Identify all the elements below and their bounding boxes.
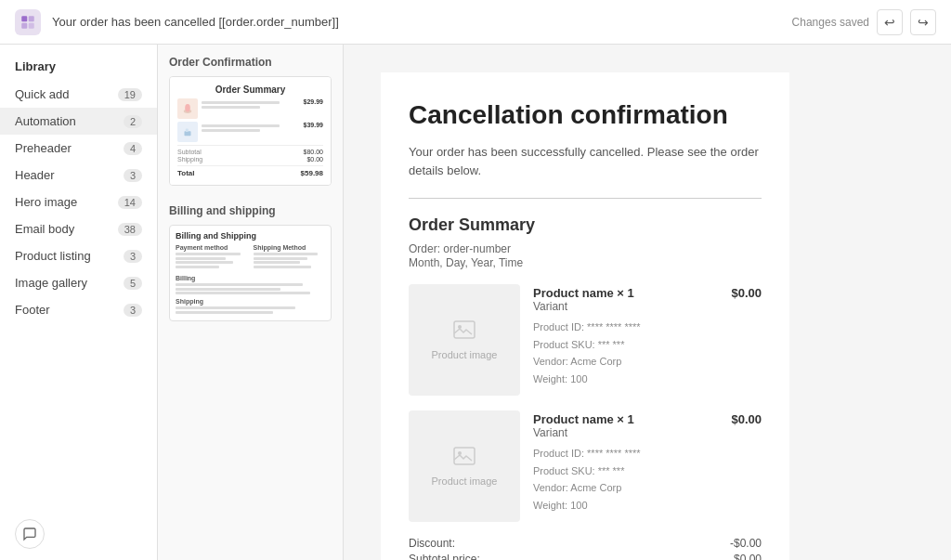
product-image-2: Product image [409,410,520,522]
product-variant-1: Variant [533,300,762,313]
product-image-label-1: Product image [432,349,498,360]
sidebar-badge-preheader: 4 [124,142,142,155]
sidebar-item-quick-add[interactable]: Quick add 19 [0,81,157,108]
chat-button[interactable] [15,519,45,549]
page-title: Cancellation confirmation [409,100,762,130]
subtotal-value: $0.00 [734,553,762,560]
image-placeholder-icon [453,320,476,344]
sidebar-badge-product-listing: 3 [124,250,142,263]
discount-label: Discount: [409,537,455,550]
sidebar-badge-quick-add: 19 [118,88,142,101]
product-variant-2: Variant [533,426,762,439]
sidebar-badge-email-body: 38 [118,223,142,236]
order-totals: Discount: -$0.00 Subtotal price: $0.00 S… [409,537,762,560]
sidebar-badge-automation: 2 [124,115,142,128]
panel-section-title-billing: Billing and shipping [169,204,332,217]
topbar: Your order has been cancelled [[order.or… [0,0,951,45]
sidebar-item-label: Header [15,168,55,182]
sidebar-item-email-body[interactable]: Email body 38 [0,215,157,242]
product-id-1: Product ID: **** **** **** [533,319,762,336]
product-row: Product image Product name × 1 $0.00 Var… [409,284,762,396]
product-name-2: Product name × 1 [533,412,634,426]
sidebar-item-preheader[interactable]: Preheader 4 [0,135,157,162]
image-placeholder-icon-2 [453,447,476,470]
svg-rect-7 [185,131,191,136]
sidebar-item-footer[interactable]: Footer 3 [0,296,157,323]
product-sku-1: Product SKU: *** *** [533,336,762,354]
order-meta: Order: order-number Month, Day, Year, Ti… [409,242,762,269]
sidebar-item-image-gallery[interactable]: Image gallery 5 [0,269,157,296]
product-image-1: Product image [409,284,520,396]
panel-card-preview: Order Summary [170,77,331,185]
product-meta-2: Product ID: **** **** **** Product SKU: … [533,445,762,514]
sidebar-item-label: Hero image [15,195,77,209]
panel-card-order-confirmation[interactable]: Order Summary [169,76,332,186]
svg-rect-9 [454,321,475,338]
panel-section-title-order: Order Confirmation [169,56,332,69]
subtotal-label: Subtotal price: [409,553,480,560]
sidebar-badge-header: 3 [124,169,142,182]
content-divider [409,198,762,199]
sidebar-library-label: Library [0,45,157,81]
sidebar: Library Quick add 19 Automation 2 Prehea… [0,45,158,560]
product-weight-1: Weight: 100 [533,371,762,388]
sidebar-badge-footer: 3 [124,304,142,317]
product-name-1: Product name × 1 [533,286,634,300]
product-name-row-2: Product name × 1 $0.00 [533,412,762,426]
product-price-2: $0.00 [731,412,762,426]
product-meta-1: Product ID: **** **** **** Product SKU: … [533,319,762,388]
panel-section-billing: Billing and shipping Billing and Shippin… [169,204,332,321]
sidebar-item-label: Footer [15,303,50,317]
product-price-1: $0.00 [731,286,762,300]
saved-status: Changes saved [792,16,869,29]
subtotal-row: Subtotal price: $0.00 [409,553,762,560]
discount-value: -$0.00 [730,537,762,550]
svg-rect-8 [186,129,189,133]
product-row-2: Product image Product name × 1 $0.00 Var… [409,410,762,522]
svg-rect-3 [29,22,34,28]
sidebar-item-label: Email body [15,222,74,236]
logo [15,9,41,35]
sidebar-item-header[interactable]: Header 3 [0,162,157,189]
middle-panel: Order Confirmation Order Summary [158,45,344,560]
order-number: Order: order-number [409,242,762,255]
sidebar-item-label: Automation [15,114,76,128]
order-summary-title: Order Summary [409,215,762,235]
product-details-2: Product name × 1 $0.00 Variant Product I… [533,410,762,522]
svg-rect-11 [454,448,475,464]
order-date: Month, Day, Year, Time [409,256,762,269]
sidebar-item-label: Image gallery [15,276,87,290]
main-content: Cancellation confirmation Your order has… [344,45,951,560]
sidebar-badge-image-gallery: 5 [124,277,142,290]
product-image-label-2: Product image [432,475,498,487]
svg-rect-1 [29,16,34,21]
topbar-actions: Changes saved ↩ ↪ [792,9,936,35]
email-preview: Cancellation confirmation Your order has… [381,72,789,560]
redo-button[interactable]: ↪ [910,9,936,35]
sidebar-footer [0,508,157,560]
product-sku-2: Product SKU: *** *** [533,462,762,480]
sidebar-item-automation[interactable]: Automation 2 [0,108,157,135]
sidebar-item-label: Preheader [15,141,72,155]
panel-section-order-confirmation: Order Confirmation Order Summary [169,56,332,186]
undo-button[interactable]: ↩ [877,9,903,35]
sidebar-item-hero-image[interactable]: Hero image 14 [0,189,157,215]
product-vendor-2: Vendor: Acme Corp [533,479,762,497]
panel-card-billing[interactable]: Billing and Shipping Payment method Ship… [169,225,332,321]
product-vendor-1: Vendor: Acme Corp [533,353,762,371]
main-layout: Library Quick add 19 Automation 2 Prehea… [0,45,951,560]
sidebar-item-label: Product listing [15,249,91,263]
sidebar-item-product-listing[interactable]: Product listing 3 [0,242,157,269]
page-subtitle: Your order has been successfully cancell… [409,143,762,179]
product-weight-2: Weight: 100 [533,497,762,514]
sidebar-badge-hero-image: 14 [118,196,142,209]
product-id-2: Product ID: **** **** **** [533,445,762,462]
svg-point-6 [187,105,189,108]
svg-rect-0 [21,16,27,21]
sidebar-item-label: Quick add [15,87,70,101]
topbar-title: Your order has been cancelled [[order.or… [52,15,781,29]
svg-rect-2 [21,22,27,28]
billing-preview: Billing and Shipping Payment method Ship… [170,226,331,320]
product-name-row-1: Product name × 1 $0.00 [533,286,762,300]
product-details-1: Product name × 1 $0.00 Variant Product I… [533,284,762,396]
